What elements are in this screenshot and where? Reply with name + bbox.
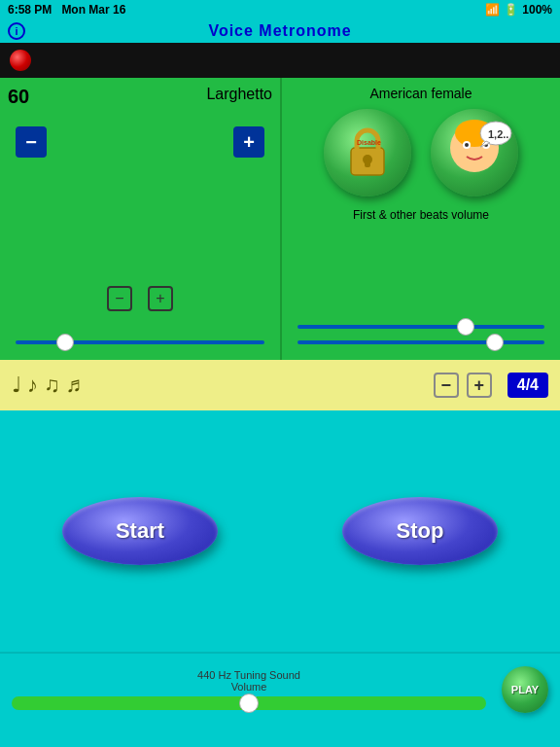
tempo-small-minus-button[interactable]: − (107, 286, 132, 311)
note-icon-2[interactable]: ♪ (27, 373, 38, 398)
voice-buttons: Disable 1,2.. (290, 109, 552, 196)
main-controls: 60 Larghetto − + − + American female (0, 78, 560, 360)
svg-text:1,2..: 1,2.. (488, 128, 508, 140)
start-button[interactable]: Start (62, 497, 218, 565)
note-icon-4[interactable]: ♬ (66, 373, 83, 398)
wifi-icon: 📶 (485, 3, 500, 17)
right-sliders (298, 325, 544, 344)
title-bar: i Voice Metronome (0, 19, 560, 43)
right-panel: American female Disable (280, 78, 560, 360)
lock-icon: Disable (343, 124, 392, 182)
tempo-small-plus-button[interactable]: + (148, 286, 173, 311)
svg-rect-2 (365, 160, 370, 167)
small-controls: − + (107, 286, 173, 311)
light-bar (0, 43, 560, 78)
svg-text:Disable: Disable (357, 139, 381, 146)
tempo-label: Larghetto (206, 86, 272, 103)
tuning-label: 440 Hz Tuning Sound Volume (12, 669, 486, 693)
note-icons: ♩ ♪ ♫ ♬ (12, 373, 434, 398)
voice-select-button[interactable]: 1,2.. (431, 109, 518, 196)
tempo-large-minus-button[interactable]: − (16, 126, 47, 158)
left-panel: 60 Larghetto − + − + (0, 78, 280, 360)
tempo-slider-thumb[interactable] (56, 334, 74, 351)
svg-point-7 (465, 143, 469, 147)
tempo-large-plus-button[interactable]: + (233, 126, 264, 158)
tuning-play-button[interactable]: PLAY (502, 666, 548, 713)
voice-female-icon: 1,2.. (436, 114, 513, 192)
voice-label: American female (290, 86, 552, 101)
other-beat-slider-track[interactable] (298, 340, 544, 344)
beat-volume-label: First & other beats volume (290, 208, 552, 222)
battery-pct: 100% (522, 3, 552, 17)
tuning-slider-container: 440 Hz Tuning Sound Volume (12, 669, 486, 710)
beats-plus-button[interactable]: + (467, 373, 492, 398)
indicator-light (10, 50, 31, 71)
beats-minus-button[interactable]: − (434, 373, 459, 398)
info-icon[interactable]: i (8, 22, 25, 40)
status-day: Mon Mar 16 (61, 3, 125, 17)
first-beat-slider-thumb[interactable] (457, 318, 474, 336)
tuning-slider-thumb[interactable] (239, 694, 259, 713)
first-beat-slider-track[interactable] (298, 325, 544, 329)
status-right: 📶 🔋 100% (485, 3, 552, 17)
note-icon-1[interactable]: ♩ (12, 373, 21, 398)
beats-controls: − + (434, 373, 492, 398)
other-beat-slider-thumb[interactable] (486, 334, 504, 351)
tempo-slider-container (16, 340, 264, 344)
stop-button[interactable]: Stop (342, 497, 498, 565)
battery-icon: 🔋 (504, 3, 518, 17)
tempo-value: 60 (8, 86, 29, 107)
lock-voice-button[interactable]: Disable (324, 109, 411, 196)
play-area: Start Stop (0, 410, 560, 652)
tuning-bar: 440 Hz Tuning Sound Volume PLAY (0, 652, 560, 726)
tempo-slider-track[interactable] (16, 340, 264, 344)
note-icon-3[interactable]: ♫ (44, 373, 60, 398)
tuning-slider-track[interactable] (12, 696, 486, 710)
app-title: Voice Metronome (208, 22, 351, 40)
time-signature: 4/4 (508, 373, 548, 398)
status-time: 6:58 PM (8, 3, 52, 17)
status-bar: 6:58 PM Mon Mar 16 📶 🔋 100% (0, 0, 560, 19)
bottom-bar: ♩ ♪ ♫ ♬ − + 4/4 (0, 360, 560, 410)
status-time-day: 6:58 PM Mon Mar 16 (8, 3, 125, 17)
